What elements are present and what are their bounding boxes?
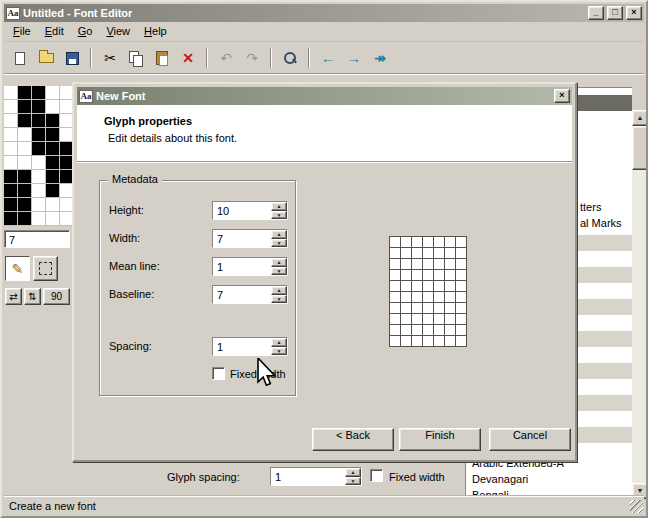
pixel-cell[interactable]: [46, 170, 60, 184]
mean-line-down-button[interactable]: ▼: [271, 267, 287, 276]
close-button[interactable]: ×: [626, 6, 642, 20]
pencil-tool-button[interactable]: ✎: [5, 256, 30, 281]
baseline-spinner[interactable]: ▲ ▼: [212, 285, 288, 304]
spacing-spinner[interactable]: ▲ ▼: [212, 337, 288, 356]
pixel-cell[interactable]: [18, 212, 32, 226]
width-up-button[interactable]: ▲: [271, 230, 287, 239]
maximize-button[interactable]: □: [607, 6, 623, 20]
spacing-down-button[interactable]: ▼: [271, 347, 287, 356]
pixel-cell[interactable]: [32, 86, 46, 100]
back-button[interactable]: ←: [316, 46, 340, 70]
pixel-cell[interactable]: [18, 86, 32, 100]
mean-line-input[interactable]: [213, 258, 271, 275]
pixel-cell[interactable]: [4, 170, 18, 184]
scrollbar-thumb[interactable]: [632, 126, 648, 170]
pixel-cell[interactable]: [32, 184, 46, 198]
list-item[interactable]: tters: [580, 201, 601, 213]
back-button-dialog[interactable]: < Back: [312, 428, 394, 451]
pixel-cell[interactable]: [18, 142, 32, 156]
pixel-cell[interactable]: [4, 198, 18, 212]
mean-line-up-button[interactable]: ▲: [271, 258, 287, 267]
menu-edit[interactable]: Edit: [38, 23, 71, 40]
pixel-cell[interactable]: [32, 114, 46, 128]
glyph-spacing-spinner[interactable]: ▲ ▼: [270, 467, 362, 486]
undo-button[interactable]: ↶: [214, 46, 238, 70]
pixel-cell[interactable]: [32, 128, 46, 142]
pixel-cell[interactable]: [4, 128, 18, 142]
width-input[interactable]: [213, 230, 271, 247]
pixel-cell[interactable]: [46, 184, 60, 198]
glyph-spacing-up-button[interactable]: ▲: [345, 468, 361, 477]
pixel-cell[interactable]: [4, 184, 18, 198]
baseline-down-button[interactable]: ▼: [271, 295, 287, 304]
height-spinner[interactable]: ▲ ▼: [212, 201, 288, 220]
flip-horizontal-button[interactable]: ⇄: [5, 288, 22, 305]
window-titlebar[interactable]: Aa Untitled - Font Editor _ □ ×: [4, 4, 644, 22]
menu-file[interactable]: File: [6, 23, 38, 40]
width-spinner[interactable]: ▲ ▼: [212, 229, 288, 248]
scroll-up-button[interactable]: ▲: [632, 110, 648, 126]
pixel-cell[interactable]: [18, 128, 32, 142]
glyph-spacing-input[interactable]: [271, 468, 345, 485]
pixel-cell[interactable]: [46, 86, 60, 100]
glyph-spacing-down-button[interactable]: ▼: [345, 477, 361, 486]
select-tool-button[interactable]: [33, 256, 58, 281]
list-item[interactable]: Devanagari: [472, 473, 528, 485]
rotate-90-button[interactable]: 90: [43, 288, 70, 305]
vertical-scrollbar[interactable]: ▲ ▼: [632, 110, 648, 499]
pixel-cell[interactable]: [18, 184, 32, 198]
height-down-button[interactable]: ▼: [271, 211, 287, 220]
pixel-cell[interactable]: [46, 198, 60, 212]
pixel-cell[interactable]: [32, 198, 46, 212]
height-input[interactable]: [213, 202, 271, 219]
pixel-cell[interactable]: [32, 212, 46, 226]
baseline-input[interactable]: [213, 286, 271, 303]
baseline-up-button[interactable]: ▲: [271, 286, 287, 295]
spacing-input[interactable]: [213, 338, 271, 355]
cut-button[interactable]: ✂: [98, 46, 122, 70]
pixel-cell[interactable]: [4, 142, 18, 156]
pixel-cell[interactable]: [18, 198, 32, 212]
list-item[interactable]: al Marks: [580, 217, 622, 229]
pixel-cell[interactable]: [32, 170, 46, 184]
height-up-button[interactable]: ▲: [271, 202, 287, 211]
glyph-width-input[interactable]: [5, 231, 69, 247]
pixel-cell[interactable]: [32, 156, 46, 170]
pixel-cell[interactable]: [32, 142, 46, 156]
flip-vertical-button[interactable]: ⇅: [24, 288, 41, 305]
mean-line-spinner[interactable]: ▲ ▼: [212, 257, 288, 276]
copy-button[interactable]: [124, 46, 148, 70]
paste-button[interactable]: [150, 46, 174, 70]
forward-button[interactable]: →: [342, 46, 366, 70]
pixel-cell[interactable]: [46, 212, 60, 226]
open-button[interactable]: [34, 46, 58, 70]
pixel-cell[interactable]: [46, 142, 60, 156]
fixed-width-checkbox[interactable]: [212, 367, 225, 380]
resize-grip[interactable]: [630, 500, 643, 513]
save-button[interactable]: [60, 46, 84, 70]
pixel-cell[interactable]: [4, 212, 18, 226]
menu-go[interactable]: Go: [71, 23, 100, 40]
glyph-spacing-fixed-width-checkbox[interactable]: [370, 469, 383, 482]
menu-view[interactable]: View: [99, 23, 137, 40]
pixel-cell[interactable]: [4, 100, 18, 114]
delete-button[interactable]: ✕: [176, 46, 200, 70]
redo-button[interactable]: ↷: [240, 46, 264, 70]
cancel-button[interactable]: Cancel: [489, 428, 571, 451]
pixel-cell[interactable]: [32, 100, 46, 114]
glyph-width-field[interactable]: [4, 230, 70, 248]
minimize-button[interactable]: _: [588, 6, 604, 20]
new-button[interactable]: [8, 46, 32, 70]
pixel-cell[interactable]: [46, 114, 60, 128]
pixel-cell[interactable]: [46, 100, 60, 114]
pixel-cell[interactable]: [18, 170, 32, 184]
pixel-cell[interactable]: [18, 156, 32, 170]
pixel-cell[interactable]: [4, 114, 18, 128]
glyph-pixel-grid[interactable]: [4, 86, 74, 226]
zoom-button[interactable]: [278, 46, 302, 70]
finish-button[interactable]: Finish: [399, 428, 481, 451]
pixel-cell[interactable]: [18, 114, 32, 128]
menu-help[interactable]: Help: [137, 23, 174, 40]
pixel-cell[interactable]: [46, 128, 60, 142]
dialog-titlebar[interactable]: Aa New Font ×: [77, 87, 572, 105]
